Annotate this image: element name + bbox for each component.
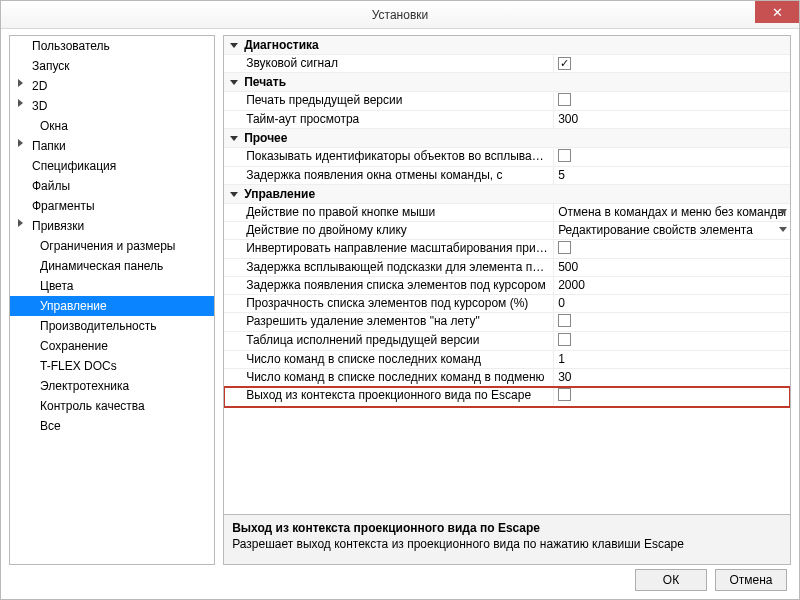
- cancel-button[interactable]: Отмена: [715, 569, 787, 591]
- group-header[interactable]: Управление: [224, 185, 790, 204]
- checkbox[interactable]: ✓: [558, 57, 571, 70]
- property-label: Число команд в списке последних команд в…: [224, 369, 554, 386]
- tree-item-4[interactable]: Окна: [10, 116, 214, 136]
- ok-button[interactable]: ОК: [635, 569, 707, 591]
- checkbox[interactable]: [558, 241, 571, 254]
- property-grid[interactable]: ДиагностикаЗвуковой сигнал✓ПечатьПечать …: [224, 36, 790, 514]
- group-header[interactable]: Диагностика: [224, 36, 790, 55]
- property-value[interactable]: [554, 387, 790, 406]
- checkbox[interactable]: [558, 149, 571, 162]
- tree-item-9[interactable]: Привязки: [10, 216, 214, 236]
- checkbox[interactable]: [558, 333, 571, 346]
- checkbox[interactable]: [558, 93, 571, 106]
- property-value[interactable]: 0: [554, 295, 790, 312]
- property-row[interactable]: Действие по двойному кликуРедактирование…: [224, 222, 790, 240]
- collapse-icon: [230, 80, 238, 85]
- property-value[interactable]: 2000: [554, 277, 790, 294]
- tree-item-label: Спецификация: [32, 159, 116, 173]
- checkbox[interactable]: [558, 314, 571, 327]
- property-row[interactable]: Тайм-аут просмотра300: [224, 111, 790, 129]
- tree-item-label: Папки: [32, 139, 66, 153]
- property-value[interactable]: 1: [554, 351, 790, 368]
- tree-item-13[interactable]: Управление: [10, 296, 214, 316]
- property-label: Печать предыдущей версии: [224, 92, 554, 110]
- property-value[interactable]: [554, 313, 790, 331]
- tree-item-label: Ограничения и размеры: [40, 239, 175, 253]
- expand-icon: [18, 139, 23, 147]
- titlebar: Установки ✕: [1, 1, 799, 29]
- category-tree[interactable]: ПользовательЗапуск2D3DОкнаПапкиСпецифика…: [9, 35, 215, 565]
- property-value[interactable]: 30: [554, 369, 790, 386]
- property-value[interactable]: [554, 240, 790, 258]
- tree-item-label: Запуск: [32, 59, 70, 73]
- group-title: Диагностика: [244, 38, 319, 52]
- property-label: Действие по правой кнопке мыши: [224, 204, 554, 221]
- tree-item-15[interactable]: Сохранение: [10, 336, 214, 356]
- tree-item-2[interactable]: 2D: [10, 76, 214, 96]
- text-value: 30: [558, 370, 571, 384]
- group-header[interactable]: Прочее: [224, 129, 790, 148]
- tree-item-17[interactable]: Электротехника: [10, 376, 214, 396]
- property-row[interactable]: Звуковой сигнал✓: [224, 55, 790, 73]
- property-row[interactable]: Инвертировать направление масштабировани…: [224, 240, 790, 259]
- property-row[interactable]: Прозрачность списка элементов под курсор…: [224, 295, 790, 313]
- property-value[interactable]: 300: [554, 111, 790, 128]
- property-row[interactable]: Таблица исполнений предыдущей версии: [224, 332, 790, 351]
- property-value[interactable]: [554, 148, 790, 166]
- property-row[interactable]: Показывать идентификаторы объектов во вс…: [224, 148, 790, 167]
- tree-item-19[interactable]: Все: [10, 416, 214, 436]
- close-button[interactable]: ✕: [755, 1, 799, 23]
- dropdown-value: Отмена в командах и меню без команды: [558, 205, 786, 219]
- tree-item-8[interactable]: Фрагменты: [10, 196, 214, 216]
- description-panel: Выход из контекста проекционного вида по…: [224, 514, 790, 564]
- tree-item-14[interactable]: Производительность: [10, 316, 214, 336]
- group-title: Прочее: [244, 131, 287, 145]
- tree-item-1[interactable]: Запуск: [10, 56, 214, 76]
- tree-item-3[interactable]: 3D: [10, 96, 214, 116]
- tree-item-16[interactable]: T-FLEX DOCs: [10, 356, 214, 376]
- tree-item-12[interactable]: Цвета: [10, 276, 214, 296]
- property-label: Задержка всплывающей подсказки для элеме…: [224, 259, 554, 276]
- tree-item-11[interactable]: Динамическая панель: [10, 256, 214, 276]
- tree-item-label: Управление: [40, 299, 107, 313]
- tree-item-label: Окна: [40, 119, 68, 133]
- checkbox[interactable]: [558, 388, 571, 401]
- property-row[interactable]: Задержка появления окна отмены команды, …: [224, 167, 790, 185]
- property-value[interactable]: Отмена в командах и меню без команды: [554, 204, 790, 221]
- tree-item-label: Фрагменты: [32, 199, 95, 213]
- expand-icon: [18, 99, 23, 107]
- tree-item-6[interactable]: Спецификация: [10, 156, 214, 176]
- property-value[interactable]: [554, 92, 790, 110]
- tree-item-label: 3D: [32, 99, 47, 113]
- tree-item-5[interactable]: Папки: [10, 136, 214, 156]
- tree-item-label: Привязки: [32, 219, 84, 233]
- property-value[interactable]: 5: [554, 167, 790, 184]
- property-row[interactable]: Разрешить удаление элементов "на лету": [224, 313, 790, 332]
- text-value: 5: [558, 168, 565, 182]
- tree-item-7[interactable]: Файлы: [10, 176, 214, 196]
- group-title: Печать: [244, 75, 286, 89]
- property-row[interactable]: Задержка всплывающей подсказки для элеме…: [224, 259, 790, 277]
- property-value[interactable]: [554, 332, 790, 350]
- property-label: Показывать идентификаторы объектов во вс…: [224, 148, 554, 166]
- property-label: Звуковой сигнал: [224, 55, 554, 72]
- property-row[interactable]: Число команд в списке последних команд1: [224, 351, 790, 369]
- property-row[interactable]: Число команд в списке последних команд в…: [224, 369, 790, 387]
- property-value[interactable]: Редактирование свойств элемента: [554, 222, 790, 239]
- chevron-down-icon: [779, 209, 787, 214]
- tree-item-10[interactable]: Ограничения и размеры: [10, 236, 214, 256]
- tree-item-label: Цвета: [40, 279, 73, 293]
- property-row[interactable]: Выход из контекста проекционного вида по…: [224, 387, 790, 407]
- property-row[interactable]: Печать предыдущей версии: [224, 92, 790, 111]
- tree-item-18[interactable]: Контроль качества: [10, 396, 214, 416]
- property-value[interactable]: ✓: [554, 55, 790, 72]
- tree-item-0[interactable]: Пользователь: [10, 36, 214, 56]
- group-header[interactable]: Печать: [224, 73, 790, 92]
- property-label: Действие по двойному клику: [224, 222, 554, 239]
- property-label: Задержка появления списка элементов под …: [224, 277, 554, 294]
- property-label: Прозрачность списка элементов под курсор…: [224, 295, 554, 312]
- property-row[interactable]: Задержка появления списка элементов под …: [224, 277, 790, 295]
- collapse-icon: [230, 192, 238, 197]
- property-row[interactable]: Действие по правой кнопке мышиОтмена в к…: [224, 204, 790, 222]
- property-value[interactable]: 500: [554, 259, 790, 276]
